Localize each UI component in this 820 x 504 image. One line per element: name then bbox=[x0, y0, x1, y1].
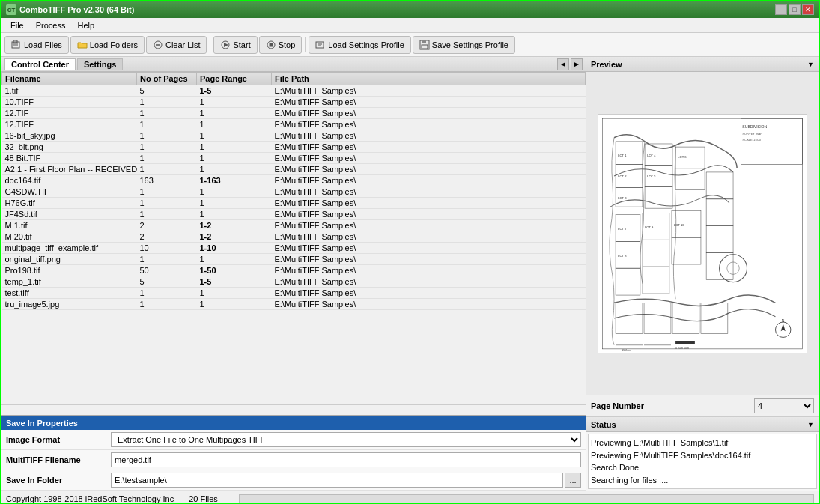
menu-file[interactable]: File bbox=[4, 19, 30, 31]
cell-path: E:\MultiTIFF Samples\ bbox=[272, 276, 586, 288]
save-settings-button[interactable]: Save Settings Profile bbox=[413, 36, 515, 54]
nav-left-button[interactable]: ◄ bbox=[557, 58, 569, 70]
table-row[interactable]: 12.TIFF 1 1 E:\MultiTIFF Samples\ bbox=[2, 119, 586, 130]
status-panel-title: Status bbox=[591, 420, 616, 429]
start-button[interactable]: Start bbox=[213, 36, 257, 54]
cell-filename: original_tiff.png bbox=[2, 254, 137, 265]
svg-rect-65 bbox=[695, 341, 714, 344]
cell-filename: 32_bit.png bbox=[2, 142, 137, 153]
table-row[interactable]: 48 Bit.TIF 1 1 E:\MultiTIFF Samples\ bbox=[2, 153, 586, 164]
maximize-button[interactable]: □ bbox=[789, 4, 801, 15]
table-row[interactable]: tru_image5.jpg 1 1 E:\MultiTIFF Samples\ bbox=[2, 299, 586, 310]
tab-control-center[interactable]: Control Center bbox=[4, 58, 76, 70]
svg-marker-7 bbox=[224, 43, 228, 47]
cell-path: E:\MultiTIFF Samples\ bbox=[272, 153, 586, 164]
table-row[interactable]: multipage_tiff_example.tif 10 1-10 E:\Mu… bbox=[2, 243, 586, 254]
cell-path: E:\MultiTIFF Samples\ bbox=[272, 186, 586, 198]
close-button[interactable]: ✕ bbox=[802, 4, 814, 15]
load-files-button[interactable]: Load Files bbox=[4, 36, 69, 54]
title-bar: CT ComboTIFF Pro v2.30 (64 Bit) ─ □ ✕ bbox=[1, 1, 819, 18]
panel-nav: ◄ ► bbox=[557, 58, 583, 70]
clear-list-button[interactable]: Clear List bbox=[146, 36, 207, 54]
table-row[interactable]: test.tiff 1 1 E:\MultiTIFF Samples\ bbox=[2, 288, 586, 299]
table-row[interactable]: 10.TIFF 1 1 E:\MultiTIFF Samples\ bbox=[2, 97, 586, 108]
col-header-range: Page Range bbox=[197, 73, 272, 85]
cell-pages: 1 bbox=[137, 164, 197, 175]
stop-button[interactable]: Stop bbox=[259, 36, 303, 54]
save-folder-input[interactable] bbox=[111, 473, 563, 488]
cell-pages: 1 bbox=[137, 198, 197, 209]
toolbar-separator-1 bbox=[210, 37, 210, 52]
status-bar: Copyright 1998-2018 iRedSoft Technology … bbox=[1, 491, 819, 504]
cell-range: 1 bbox=[197, 209, 272, 220]
table-row[interactable]: doc164.tif 163 1-163 E:\MultiTIFF Sample… bbox=[2, 175, 586, 186]
cell-filename: 10.TIFF bbox=[2, 97, 137, 108]
multitiff-input[interactable] bbox=[111, 452, 581, 467]
cell-filename: Pro198.tif bbox=[2, 265, 137, 276]
image-format-select[interactable]: Extract One File to One Multipages TIFF bbox=[111, 432, 581, 447]
cell-filename: tru_image5.jpg bbox=[2, 299, 137, 310]
cell-range: 1 bbox=[197, 108, 272, 119]
cell-pages: 5 bbox=[137, 276, 197, 288]
table-row[interactable]: 32_bit.png 1 1 E:\MultiTIFF Samples\ bbox=[2, 142, 586, 153]
cell-range: 1 bbox=[197, 164, 272, 175]
table-row[interactable]: M 20.tif 2 1-2 E:\MultiTIFF Samples\ bbox=[2, 231, 586, 243]
nav-right-button[interactable]: ► bbox=[571, 58, 583, 70]
load-folders-button[interactable]: Load Folders bbox=[70, 36, 145, 54]
main-layout: Control Center Settings ◄ ► Filename No … bbox=[1, 57, 819, 491]
table-row[interactable]: M 1.tif 2 1-2 E:\MultiTIFF Samples\ bbox=[2, 220, 586, 231]
horizontal-scrollbar[interactable] bbox=[1, 404, 586, 415]
cell-path: E:\MultiTIFF Samples\ bbox=[272, 108, 586, 119]
menu-help[interactable]: Help bbox=[71, 19, 100, 31]
right-panel: Preview ▼ SUBDIVISION SURVEY MAP SCALE 1… bbox=[586, 57, 819, 491]
cell-path: E:\MultiTIFF Samples\ bbox=[272, 85, 586, 97]
cell-pages: 1 bbox=[137, 130, 197, 142]
col-header-pages: No of Pages bbox=[137, 73, 197, 85]
cell-pages: 1 bbox=[137, 97, 197, 108]
svg-text:LOT 8: LOT 8 bbox=[618, 253, 627, 257]
svg-text:LOT 5: LOT 5 bbox=[647, 174, 656, 178]
multitiff-filename-row: MultiTIFF Filename bbox=[1, 450, 586, 470]
table-row[interactable]: A2.1 - First Floor Plan -- RECEIVED ... … bbox=[2, 164, 586, 175]
table-row[interactable]: 16-bit_sky.jpg 1 1 E:\MultiTIFF Samples\ bbox=[2, 130, 586, 142]
cell-range: 1-2 bbox=[197, 220, 272, 231]
svg-text:SCALE 1:500: SCALE 1:500 bbox=[742, 137, 762, 141]
load-files-label: Load Files bbox=[24, 40, 62, 49]
load-settings-button[interactable]: Load Settings Profile bbox=[309, 36, 411, 54]
cell-path: E:\MultiTIFF Samples\ bbox=[272, 299, 586, 310]
table-row[interactable]: 1.tif 5 1-5 E:\MultiTIFF Samples\ bbox=[2, 85, 586, 97]
table-row[interactable]: temp_1.tif 5 1-5 E:\MultiTIFF Samples\ bbox=[2, 276, 586, 288]
file-count-text: 20 Files bbox=[189, 494, 218, 503]
cell-path: E:\MultiTIFF Samples\ bbox=[272, 288, 586, 299]
status-panel-collapse[interactable]: ▼ bbox=[807, 421, 814, 428]
table-row[interactable]: JF4Sd.tif 1 1 E:\MultiTIFF Samples\ bbox=[2, 209, 586, 220]
cell-filename: temp_1.tif bbox=[2, 276, 137, 288]
cell-path: E:\MultiTIFF Samples\ bbox=[272, 220, 586, 231]
tab-settings[interactable]: Settings bbox=[77, 58, 123, 70]
progress-bar bbox=[239, 494, 814, 503]
svg-rect-10 bbox=[316, 42, 324, 48]
cell-filename: H76G.tif bbox=[2, 198, 137, 209]
save-settings-label: Save Settings Profile bbox=[432, 40, 508, 49]
table-row[interactable]: original_tiff.png 1 1 E:\MultiTIFF Sampl… bbox=[2, 254, 586, 265]
preview-collapse[interactable]: ▼ bbox=[807, 61, 814, 68]
page-number-select[interactable]: 1 2 3 4 5 bbox=[754, 398, 814, 413]
file-table: Filename No of Pages Page Range File Pat… bbox=[1, 72, 586, 310]
menu-process[interactable]: Process bbox=[30, 19, 72, 31]
file-table-wrap[interactable]: Filename No of Pages Page Range File Pat… bbox=[1, 72, 586, 404]
table-row[interactable]: 12.TIF 1 1 E:\MultiTIFF Samples\ bbox=[2, 108, 586, 119]
table-row[interactable]: H76G.tif 1 1 E:\MultiTIFF Samples\ bbox=[2, 198, 586, 209]
cell-filename: M 1.tif bbox=[2, 220, 137, 231]
cell-filename: 12.TIF bbox=[2, 108, 137, 119]
cell-pages: 2 bbox=[137, 231, 197, 243]
minimize-button[interactable]: ─ bbox=[775, 4, 787, 15]
log-entry: Search Done bbox=[591, 461, 814, 474]
browse-button[interactable]: ... bbox=[565, 473, 581, 488]
cell-pages: 1 bbox=[137, 108, 197, 119]
panel-header: Control Center Settings ◄ ► bbox=[1, 57, 586, 72]
cell-filename: multipage_tiff_example.tif bbox=[2, 243, 137, 254]
table-row[interactable]: G4SDW.TIF 1 1 E:\MultiTIFF Samples\ bbox=[2, 186, 586, 198]
cell-range: 1-163 bbox=[197, 175, 272, 186]
table-row[interactable]: Pro198.tif 50 1-50 E:\MultiTIFF Samples\ bbox=[2, 265, 586, 276]
cell-range: 1 bbox=[197, 198, 272, 209]
